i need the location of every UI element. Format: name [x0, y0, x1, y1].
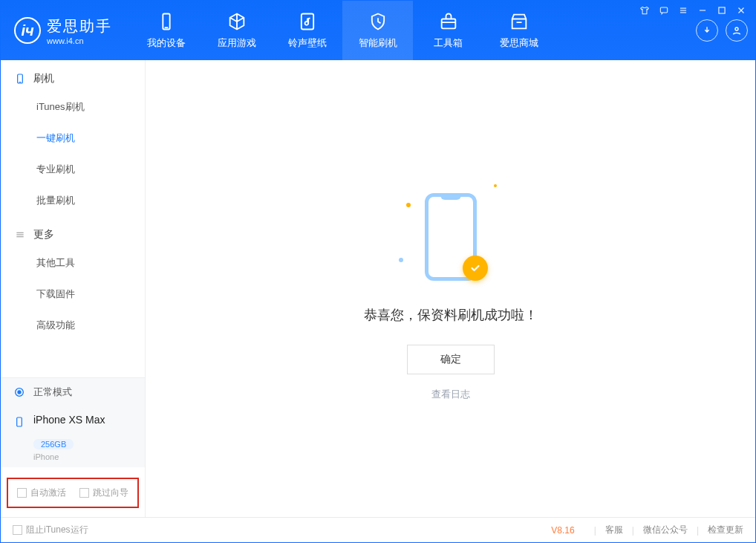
cube-icon	[227, 11, 247, 32]
nav-tab-label: 爱思商城	[500, 36, 538, 50]
nav-tab-store[interactable]: 爱思商城	[483, 1, 554, 60]
svg-rect-5	[660, 7, 667, 13]
sidebar-group-flash[interactable]: 刷机	[1, 60, 145, 91]
shield-icon	[368, 11, 388, 32]
device-icon	[156, 11, 177, 32]
checkbox-auto-activate[interactable]: 自动激活	[17, 487, 66, 499]
app-subtitle: www.i4.cn	[47, 36, 112, 45]
app-window: iч 爱思助手 www.i4.cn 我的设备 应用游戏	[0, 0, 756, 543]
maximize-button[interactable]	[717, 5, 727, 16]
menu-icon[interactable]	[678, 5, 688, 16]
nav-tab-toolbox[interactable]: 工具箱	[413, 1, 483, 60]
more-icon	[14, 229, 26, 241]
account-button[interactable]	[726, 19, 748, 42]
title-actions	[696, 19, 748, 42]
checkbox-icon	[79, 488, 89, 498]
nav-tab-media[interactable]: 铃声壁纸	[272, 1, 342, 60]
checkbox-block-itunes[interactable]: 阻止iTunes运行	[13, 524, 88, 536]
view-log-link[interactable]: 查看日志	[431, 388, 470, 401]
nav-tab-flash[interactable]: 智能刷机	[342, 1, 413, 60]
svg-point-4	[735, 27, 738, 30]
app-logo: iч 爱思助手 www.i4.cn	[14, 16, 112, 45]
option-label: 自动激活	[30, 487, 66, 499]
nav-tab-label: 应用游戏	[218, 36, 256, 50]
sidebar-item-download-firmware[interactable]: 下载固件	[1, 279, 145, 310]
sidebar-item-other-tools[interactable]: 其他工具	[1, 247, 145, 279]
window-controls	[639, 5, 746, 16]
logo-icon: iч	[14, 17, 41, 44]
sidebar-group-label: 更多	[33, 228, 54, 241]
toolbox-icon	[438, 11, 459, 32]
feedback-icon[interactable]	[659, 5, 669, 16]
main-content: 恭喜您，保资料刷机成功啦！ 确定 查看日志	[146, 60, 755, 517]
minimize-button[interactable]	[697, 5, 708, 16]
version-label: V8.16	[551, 525, 574, 536]
device-mode-row[interactable]: 正常模式	[1, 377, 145, 406]
device-type: iPhone	[33, 452, 133, 461]
checkbox-skip-guide[interactable]: 跳过向导	[79, 487, 128, 499]
app-body: 刷机 iTunes刷机 一键刷机 专业刷机 批量刷机 更多 其他工具 下载固件 …	[1, 60, 755, 517]
svg-rect-3	[441, 19, 455, 29]
ok-button[interactable]: 确定	[407, 345, 495, 374]
sidebar-group-more[interactable]: 更多	[1, 216, 145, 247]
download-button[interactable]	[696, 19, 718, 42]
nav-tab-label: 我的设备	[147, 36, 186, 50]
nav-tab-apps[interactable]: 应用游戏	[201, 1, 272, 60]
device-storage-badge: 256GB	[33, 439, 74, 449]
sparkle-icon	[399, 258, 403, 262]
nav-tab-label: 智能刷机	[359, 36, 397, 50]
check-badge-icon	[463, 256, 488, 281]
tshirt-icon[interactable]	[639, 5, 650, 16]
sparkle-icon	[406, 203, 411, 207]
nav-tabs: 我的设备 应用游戏 铃声壁纸 智能刷机	[131, 1, 554, 60]
sidebar: 刷机 iTunes刷机 一键刷机 专业刷机 批量刷机 更多 其他工具 下载固件 …	[1, 60, 146, 517]
sidebar-item-itunes-flash[interactable]: iTunes刷机	[1, 91, 145, 123]
statusbar-label: 阻止iTunes运行	[26, 524, 88, 536]
phone-icon	[13, 415, 26, 429]
music-icon	[297, 11, 318, 32]
checkbox-icon	[17, 488, 27, 498]
statusbar: 阻止iTunes运行 V8.16 | 客服 | 微信公众号 | 检查更新	[1, 517, 755, 542]
option-label: 跳过向导	[93, 487, 128, 499]
device-mode-label: 正常模式	[33, 386, 72, 399]
flash-options-highlight: 自动激活 跳过向导	[7, 478, 139, 508]
sidebar-item-oneclick-flash[interactable]: 一键刷机	[1, 123, 145, 154]
sidebar-item-batch-flash[interactable]: 批量刷机	[1, 185, 145, 216]
titlebar: iч 爱思助手 www.i4.cn 我的设备 应用游戏	[1, 1, 755, 60]
success-message: 恭喜您，保资料刷机成功啦！	[364, 306, 538, 324]
device-name: iPhone XS Max	[33, 414, 105, 426]
nav-tab-device[interactable]: 我的设备	[131, 1, 201, 60]
sidebar-item-advanced[interactable]: 高级功能	[1, 310, 145, 341]
nav-tab-label: 铃声壁纸	[288, 36, 327, 50]
statusbar-link-update[interactable]: 检查更新	[708, 524, 743, 536]
sidebar-group-label: 刷机	[33, 72, 54, 85]
sidebar-item-pro-flash[interactable]: 专业刷机	[1, 154, 145, 185]
store-icon	[509, 11, 529, 32]
mode-icon	[13, 386, 26, 399]
success-illustration	[399, 177, 503, 288]
statusbar-link-wechat[interactable]: 微信公众号	[643, 524, 688, 536]
svg-rect-10	[719, 7, 725, 13]
checkbox-icon	[13, 525, 22, 535]
nav-tab-label: 工具箱	[434, 36, 463, 50]
app-title: 爱思助手	[47, 16, 112, 36]
close-button[interactable]	[736, 5, 746, 16]
device-info-row[interactable]: iPhone XS Max	[1, 406, 145, 436]
svg-point-19	[18, 391, 21, 394]
svg-rect-20	[17, 417, 22, 426]
statusbar-link-support[interactable]: 客服	[605, 524, 623, 536]
phone-icon	[14, 73, 26, 85]
sparkle-icon	[494, 184, 497, 187]
